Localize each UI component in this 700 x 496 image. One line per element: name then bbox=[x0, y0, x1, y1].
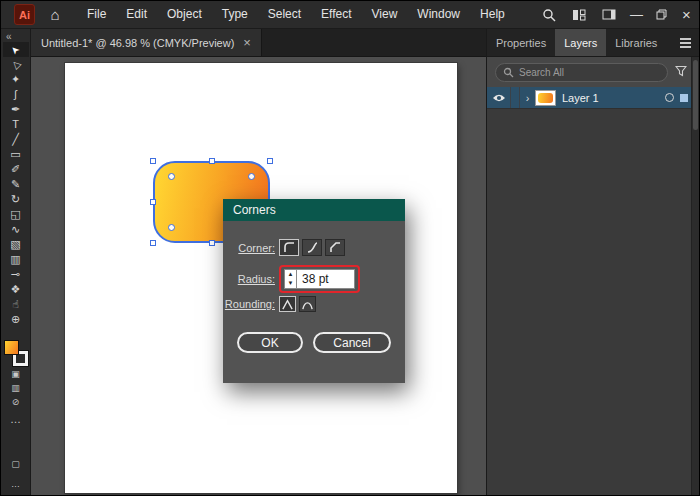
corners-dialog: Corners Corner: Radius: ▲ bbox=[223, 199, 405, 383]
color-control-button[interactable]: ▣ bbox=[4, 367, 28, 381]
filter-icon[interactable] bbox=[675, 63, 687, 81]
screen-mode-button[interactable]: ▢ bbox=[4, 457, 28, 471]
toolbar-bottom-cluster: ▢ … bbox=[4, 457, 28, 491]
dialog-buttons: OK Cancel bbox=[223, 332, 405, 353]
tab-close-icon[interactable]: × bbox=[243, 35, 251, 50]
tool-rectangle[interactable]: ▭ bbox=[3, 147, 29, 162]
tool-blend[interactable]: ❖ bbox=[3, 282, 29, 297]
tool-width[interactable]: ∿ bbox=[3, 222, 29, 237]
rounding-relative-button[interactable] bbox=[299, 296, 316, 312]
tool-direct-selection[interactable]: ▷ bbox=[3, 57, 29, 72]
toolbar-menu-button[interactable]: … bbox=[4, 477, 28, 491]
stepper-down-icon[interactable]: ▼ bbox=[285, 279, 296, 288]
gradient-control-button[interactable]: ▥ bbox=[4, 381, 28, 395]
close-button[interactable]: × bbox=[674, 1, 699, 28]
selection-handle[interactable] bbox=[150, 199, 156, 205]
tool-selection[interactable]: ➤ bbox=[3, 42, 29, 57]
menu-window[interactable]: Window bbox=[407, 1, 470, 28]
tool-lasso[interactable]: ʃ bbox=[3, 87, 29, 102]
tool-zoom[interactable]: ⊕ bbox=[3, 312, 29, 327]
corner-chamfer-button[interactable] bbox=[325, 239, 345, 256]
layer-selection-indicator[interactable] bbox=[680, 94, 688, 102]
menu-select[interactable]: Select bbox=[258, 1, 311, 28]
layers-search-input[interactable] bbox=[519, 67, 660, 78]
visibility-toggle[interactable] bbox=[487, 87, 511, 108]
menu-object[interactable]: Object bbox=[157, 1, 212, 28]
tool-scale[interactable]: ◱ bbox=[3, 207, 29, 222]
home-icon[interactable]: ⌂ bbox=[45, 6, 65, 23]
free-transform-tool-icon: ▧ bbox=[10, 239, 20, 250]
radius-highlight-annotation: ▲ ▼ bbox=[279, 265, 360, 293]
restore-button[interactable] bbox=[649, 1, 674, 28]
scrollbar-thumb[interactable] bbox=[693, 60, 698, 130]
tool-type[interactable]: T bbox=[3, 117, 29, 132]
none-control-button[interactable]: ⊘ bbox=[4, 395, 28, 409]
radius-input[interactable] bbox=[297, 269, 355, 289]
tab-libraries[interactable]: Libraries bbox=[606, 29, 666, 56]
dialog-title-bar[interactable]: Corners bbox=[223, 199, 405, 221]
layers-search-box[interactable] bbox=[495, 63, 668, 82]
selection-handle[interactable] bbox=[150, 240, 156, 246]
edit-toolbar-ellipsis[interactable]: … bbox=[10, 413, 21, 425]
menu-help[interactable]: Help bbox=[470, 1, 515, 28]
selection-handle[interactable] bbox=[209, 240, 215, 246]
color-control-icon: ▣ bbox=[11, 369, 20, 379]
corner-widget[interactable] bbox=[168, 173, 175, 180]
menu-type[interactable]: Type bbox=[212, 1, 258, 28]
corner-round-button[interactable] bbox=[279, 239, 299, 256]
hamburger-icon bbox=[680, 42, 691, 44]
tool-pen[interactable]: ✒ bbox=[3, 102, 29, 117]
lock-column[interactable] bbox=[511, 87, 520, 108]
document-tab[interactable]: Untitled-1* @ 46.98 % (CMYK/Preview) × bbox=[31, 29, 262, 56]
minimize-button[interactable]: — bbox=[624, 1, 649, 28]
layer-target-icon[interactable] bbox=[665, 93, 674, 102]
document-tab-label: Untitled-1* @ 46.98 % (CMYK/Preview) bbox=[41, 37, 234, 49]
right-panel: Properties Layers Libraries › Layer 1 bbox=[486, 29, 699, 496]
cancel-button[interactable]: Cancel bbox=[313, 332, 391, 353]
dialog-title: Corners bbox=[233, 203, 276, 217]
search-icon[interactable] bbox=[534, 1, 564, 28]
layer-thumbnail[interactable] bbox=[535, 90, 556, 106]
tool-pencil[interactable]: ✎ bbox=[3, 177, 29, 192]
collapse-toolbar-icon[interactable]: « bbox=[1, 29, 17, 42]
corner-inverted-round-button[interactable] bbox=[302, 239, 322, 256]
workspace-switcher-icon[interactable] bbox=[564, 1, 594, 28]
fill-color-swatch[interactable] bbox=[4, 340, 19, 355]
selection-handle[interactable] bbox=[209, 158, 215, 164]
tool-eyedropper[interactable]: ⊸ bbox=[3, 267, 29, 282]
ok-button[interactable]: OK bbox=[237, 332, 303, 353]
menu-edit[interactable]: Edit bbox=[116, 1, 157, 28]
canvas-area[interactable]: Corners Corner: Radius: ▲ bbox=[31, 57, 488, 496]
stepper-up-icon[interactable]: ▲ bbox=[285, 270, 296, 279]
rounding-label: Rounding: bbox=[223, 298, 275, 310]
selection-tool-icon: ➤ bbox=[9, 43, 22, 56]
panel-menu-button[interactable] bbox=[671, 29, 699, 56]
layer-name[interactable]: Layer 1 bbox=[562, 92, 599, 104]
arrange-documents-icon[interactable] bbox=[594, 1, 624, 28]
rounding-absolute-button[interactable] bbox=[279, 296, 296, 312]
tool-rotate[interactable]: ↻ bbox=[3, 192, 29, 207]
selection-handle[interactable] bbox=[150, 158, 156, 164]
corner-widget[interactable] bbox=[168, 224, 175, 231]
selection-handle[interactable] bbox=[267, 158, 273, 164]
tab-layers[interactable]: Layers bbox=[555, 29, 606, 56]
menu-file[interactable]: File bbox=[77, 1, 116, 28]
illustrator-logo: Ai bbox=[14, 4, 35, 25]
menu-effect[interactable]: Effect bbox=[311, 1, 361, 28]
tool-line-segment[interactable]: ╱ bbox=[3, 132, 29, 147]
tool-free-transform[interactable]: ▧ bbox=[3, 237, 29, 252]
tool-gradient[interactable]: ▥ bbox=[3, 252, 29, 267]
menubar-right-icons: — × bbox=[534, 1, 699, 28]
tool-hand[interactable]: ☝ bbox=[3, 297, 29, 312]
tab-properties[interactable]: Properties bbox=[487, 29, 555, 56]
panel-scrollbar[interactable] bbox=[691, 57, 699, 496]
menu-bar: File Edit Object Type Select Effect View… bbox=[77, 1, 515, 28]
layer-row[interactable]: › Layer 1 bbox=[487, 87, 699, 109]
menu-view[interactable]: View bbox=[362, 1, 408, 28]
pen-tool-icon: ✒ bbox=[11, 104, 20, 115]
tool-paintbrush[interactable]: ✐ bbox=[3, 162, 29, 177]
corner-widget[interactable] bbox=[248, 173, 255, 180]
paintbrush-tool-icon: ✐ bbox=[11, 164, 20, 175]
tool-magic-wand[interactable]: ✦ bbox=[3, 72, 29, 87]
expand-chevron-icon[interactable]: › bbox=[520, 92, 535, 104]
